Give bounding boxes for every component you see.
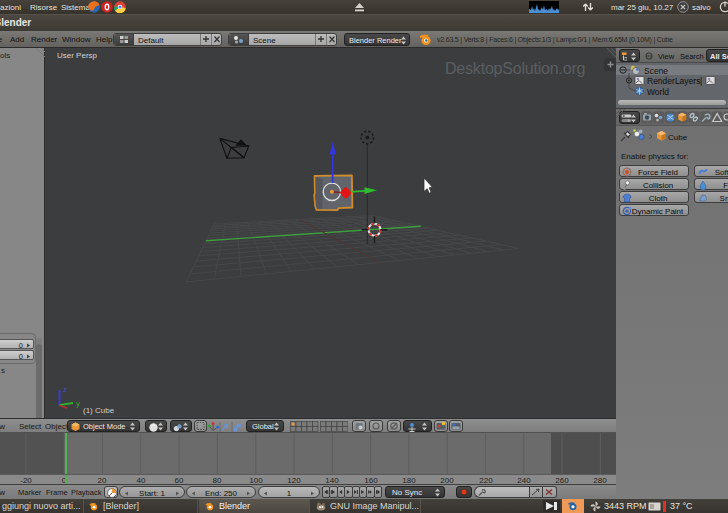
svg-text:Cube: Cube (668, 133, 688, 142)
svg-text:z: z (63, 385, 67, 394)
svg-text:RenderLayers: RenderLayers (647, 76, 700, 86)
svg-text:World: World (647, 87, 669, 97)
svg-text:Scene: Scene (644, 66, 668, 76)
svg-text:|: | (700, 76, 702, 86)
svg-text:y: y (76, 399, 80, 408)
